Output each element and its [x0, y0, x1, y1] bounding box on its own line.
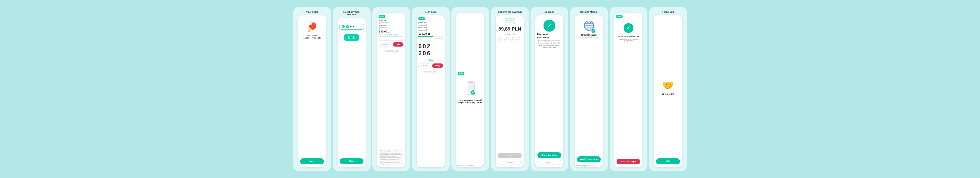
- phone-4: blik goodsline1goodsline2goodsline3goods…: [417, 15, 445, 167]
- blik-code-input-3[interactable]: [379, 36, 404, 41]
- radio-blik-inner: [342, 26, 344, 27]
- big-amount-6: 39,89 PLN: [498, 26, 521, 32]
- phone-illustration-5: [463, 80, 478, 98]
- copy-link-4[interactable]: Copy: [428, 59, 433, 61]
- screen-your-order: Your order 🏓 Table tennispaddle – 39,89 …: [293, 7, 331, 171]
- progress-bar-container-4: [418, 36, 443, 37]
- merchant-6[interactable]: Merchant.pl: [506, 19, 514, 21]
- ok-button-10[interactable]: OK: [656, 158, 680, 164]
- blik-items-3: goodsline1goodsline2goodsline3goodsline4: [379, 19, 404, 29]
- blik-code-link-3[interactable]: Skąd wziąć kod?: [387, 34, 398, 35]
- pin-dot-3[interactable]: *: [511, 37, 515, 42]
- next-button-1[interactable]: Next: [300, 158, 324, 164]
- phone-3: blik goodsline1goodsline2goodsline3goods…: [377, 13, 405, 167]
- screen-blik-enter: blik goodsline1goodsline2goodsline3goods…: [372, 7, 410, 171]
- phone-1: 🏓 Table tennispaddle – 39,89 PLN Next: [298, 15, 326, 167]
- order-icon: 🏓: [306, 22, 318, 32]
- screen-7-title: Success: [544, 11, 554, 13]
- next-button-3[interactable]: Dalej: [393, 42, 404, 47]
- svg-point-4: [471, 90, 476, 95]
- screen-2-title: Select paymentmethod: [343, 11, 360, 16]
- phone-7: ✓ Payment succeeded For subsequent purch…: [535, 15, 563, 167]
- browser-saved-title-8: Browser saved: [581, 34, 597, 36]
- payment-note-3: Płatność realizowana za pośrednictwem Pa…: [379, 50, 404, 52]
- blik-label: BLIK: [350, 26, 355, 28]
- online-payment-tag-6: Online payment: [504, 18, 515, 19]
- next-button-2[interactable]: Next: [340, 158, 363, 164]
- screen-4-title: BLIK code: [425, 11, 436, 13]
- blik-price-4: 130,00 zł: [418, 32, 430, 35]
- phone-6: Online payment Merchant.pl www.merchant.…: [496, 15, 524, 167]
- cookie-footer-5: Informacje o plikach cookie ▼: [456, 164, 484, 167]
- cookie-footer-8: Informacje o plikach cookie ▼: [575, 164, 603, 167]
- thank-you-icon-10: 🤝: [662, 80, 674, 91]
- pin-dot-2[interactable]: *: [504, 37, 509, 42]
- pay-button-6[interactable]: Pay: [498, 153, 522, 158]
- screen-10-title: Thank you: [662, 11, 674, 13]
- blik-circle-icon: b: [346, 25, 349, 28]
- timer-text-4: 98 seconds: [435, 38, 443, 39]
- screen-8-title: Chrome Mobile: [580, 11, 597, 13]
- svg-point-2: [469, 92, 471, 93]
- cookie-label-5: Informacje o plikach cookie: [458, 165, 474, 167]
- save-shop-button-7[interactable]: Save the shop: [538, 152, 561, 158]
- cookie-title-3: Informacje o plikach cookie: [380, 150, 397, 152]
- checkmark-overlay-8: ✓: [591, 29, 596, 33]
- phone-8: ✓ Browser saved You can remove it any ti…: [575, 15, 603, 167]
- cookie-chevron-5: ▼: [482, 165, 483, 167]
- blik-price-3: 130,00 zł: [379, 30, 390, 33]
- cookie-chevron-8: ▼: [600, 165, 601, 167]
- screen-confirm-payment: Confirm the payment Online payment Merch…: [491, 7, 529, 171]
- checkmark-icon-7: ✓: [547, 22, 552, 29]
- blik-code-label-3: Kod BLIK: [379, 34, 385, 35]
- next-button-4[interactable]: Dalej: [432, 63, 443, 68]
- blik-bottom-row-3: Anuluj Dalej: [379, 42, 404, 47]
- back-button-8[interactable]: Wróć do sklepu: [577, 156, 601, 162]
- screen-6-title: Confirm the payment: [498, 11, 522, 13]
- cookie-label-8: Informacje o plikach cookie: [576, 165, 593, 167]
- pin-dot-1[interactable]: *: [498, 37, 503, 42]
- cookie-chevron-icon: ▲: [401, 150, 402, 152]
- blik-bottom-row-4: Anuluj Dalej: [418, 63, 443, 68]
- browser-saved-sub-8: You can remove it any time: [579, 37, 599, 39]
- checkmark-icon-9: ✓: [627, 25, 630, 31]
- phone-10: 🤝 Order paid! OK: [654, 15, 682, 167]
- cancel-button-7[interactable]: Cancel: [538, 160, 561, 165]
- payment-option-blik[interactable]: b BLIK: [339, 24, 364, 30]
- success-desc-7: For subsequent purchases in this browser…: [537, 40, 562, 48]
- cancel-button-4[interactable]: Anuluj: [418, 63, 430, 68]
- screen-select-payment: Select paymentmethod b BLIK blik: [333, 7, 371, 171]
- blik-logo-box: blik: [339, 30, 364, 44]
- blik-logo-9: blik: [616, 15, 622, 18]
- cancel-button-3[interactable]: Anuluj: [379, 42, 390, 47]
- blik-logo-container: blik: [339, 30, 364, 44]
- radio-blik: [342, 25, 345, 28]
- payment-done-title-9: Płatność zrealizowana: [618, 35, 639, 38]
- cookie-info-3: Informacje o plikach cookie ▲ Ten serwis…: [379, 149, 404, 166]
- success-title-7: Payment succeeded: [537, 33, 562, 39]
- blik-logo-large: blik: [344, 34, 359, 41]
- screen-success: Success ✓ Payment succeeded For subseque…: [531, 7, 568, 171]
- progress-bar-4: [418, 36, 433, 37]
- phone-9: blik ✓ Płatność zrealizowana Pamiętaj, a…: [614, 13, 643, 167]
- pin-dot-4[interactable]: *: [517, 37, 521, 42]
- order-text: Table tennispaddle – 39,89 PLN: [304, 35, 321, 39]
- merchant-url-6: www.merchant.pl: [504, 22, 515, 24]
- payment-note-4: Płatność realizowana za pośrednictwem Pa…: [418, 71, 443, 74]
- cancel-button-6[interactable]: Cancel: [498, 160, 522, 165]
- blik-items-4: goodsline1goodsline2goodsline3goodsline4: [418, 21, 443, 31]
- order-paid-text-10: Order paid!: [662, 93, 674, 96]
- blik-logo-3: blik: [379, 15, 385, 18]
- back-button-9[interactable]: Wróć do sklepu: [617, 159, 640, 164]
- success-circle-7: ✓: [544, 20, 555, 32]
- blik-logo-5: blik: [458, 72, 465, 75]
- screen-thank-you: Thank you 🤝 Order paid! OK: [649, 7, 687, 171]
- enter-pin-label-6: Enter the PIN: [505, 33, 514, 35]
- phone-2: b BLIK blik Next: [337, 18, 366, 167]
- phone-5: blik Teraz potwierdź płatnośćw aplikacji…: [456, 13, 484, 167]
- confirm-text-5: Teraz potwierdź płatnośćw aplikacji swoj…: [458, 99, 482, 104]
- screen-blik-code: BLIK code blik goodsline1goodsline2goods…: [412, 7, 450, 171]
- screen-confirm-app: blik Teraz potwierdź płatnośćw aplikacji…: [452, 7, 489, 171]
- screen-chrome-mobile: Chrome Mobile ✓ Browser saved You can re…: [570, 7, 608, 171]
- pin-row-6: * * * *: [498, 37, 521, 42]
